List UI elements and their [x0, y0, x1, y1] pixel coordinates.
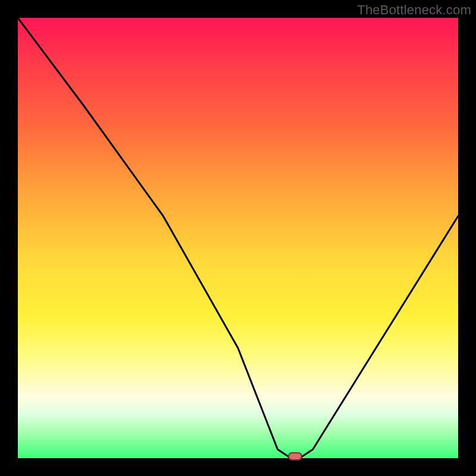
- bottleneck-curve-path: [18, 18, 458, 458]
- curve-layer: [18, 18, 458, 458]
- watermark-text: TheBottleneck.com: [357, 2, 471, 18]
- chart-frame: TheBottleneck.com: [0, 0, 476, 476]
- result-marker: [288, 452, 302, 461]
- plot-area: [18, 18, 458, 458]
